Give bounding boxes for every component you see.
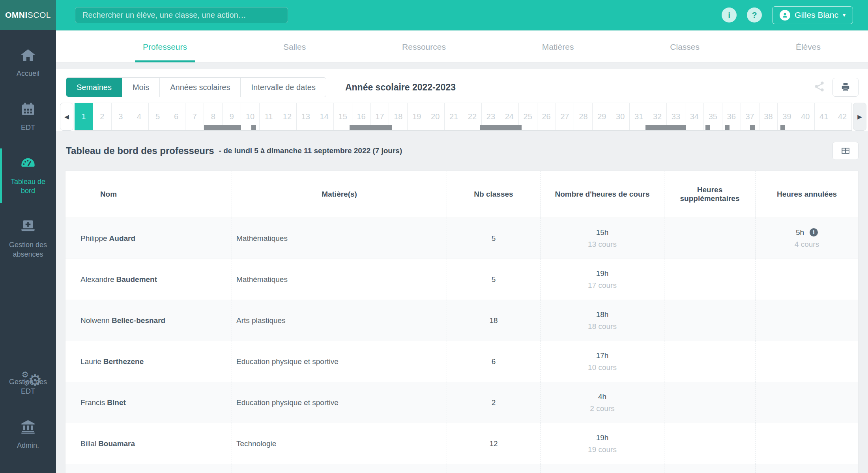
tab-classes[interactable]: Classes [670,31,700,62]
tab-salles[interactable]: Salles [283,31,306,62]
extra-hours [664,423,755,464]
next-weeks-arrow[interactable]: ▶ [853,103,866,131]
week-activity-bar [480,125,522,130]
user-avatar-icon [780,10,790,21]
week-30[interactable]: 30 [611,103,630,130]
teacher-name: Nolwenn Bellec-besnard [65,300,232,341]
week-activity-bar [780,125,785,130]
tab-professeurs[interactable]: Professeurs [143,31,187,62]
tab-bar: ProfesseursSallesRessourcesMatièresClass… [56,31,868,63]
column-header-heures-supplementaires: Heures supplémentaires [664,171,755,218]
week-activity-bar [350,125,392,130]
extra-hours [664,464,755,473]
sidebar-item-gestion-des-absences[interactable]: Gestion des absences [0,212,56,266]
table-row: Nolwenn Bellec-besnardArts plastiques181… [65,300,858,341]
page-title: Tableau de bord des professeurs [66,145,214,156]
hours-of-courses: 19h19 cours [540,423,664,464]
hours-of-courses: 18h18 cours [540,300,664,341]
topbar-actions: i ? Gilles Blanc ▾ [722,6,868,24]
cancelled-hours [755,300,858,341]
help-icon[interactable]: ? [747,8,762,23]
teachers-table: NomMatière(s)Nb classesNombre d'heures d… [65,171,859,473]
week-11[interactable]: 11 [260,103,278,130]
week-activity-bar [750,125,755,130]
search-input[interactable] [75,7,288,23]
week-42[interactable]: 42 [833,103,852,130]
table-header-row: NomMatière(s)Nb classesNombre d'heures d… [65,171,858,218]
week-selector: ◀ 12345678910111213141516171819202122232… [60,103,866,131]
teacher-name: Philippe Audard [65,218,232,259]
week-25[interactable]: 25 [519,103,537,130]
teacher-name: Francis Binet [65,382,232,423]
week-18[interactable]: 18 [389,103,408,130]
week-22[interactable]: 22 [463,103,482,130]
week-1[interactable]: 1 [75,103,93,130]
nb-classes: 6 [447,341,540,382]
column-header-matiere-s: Matière(s) [232,171,447,218]
print-button[interactable] [832,78,859,97]
week-41[interactable]: 41 [815,103,833,130]
week-14[interactable]: 14 [315,103,334,130]
user-menu-button[interactable]: Gilles Blanc ▾ [772,6,853,24]
week-10[interactable]: 10 [241,103,260,130]
week-13[interactable]: 13 [297,103,315,130]
sidebar-item-label: Tableau de bord [4,177,52,196]
week-20[interactable]: 20 [426,103,445,130]
week-40[interactable]: 40 [796,103,815,130]
app-logo-bold: OMNI [5,10,28,20]
week-activity-bar [705,125,710,130]
table-row: Billal BouamaraTechnologie1219h19 cours [65,423,858,464]
nb-classes: 5 [447,259,540,300]
nb-classes: 18 [447,300,540,341]
sidebar-item-admin[interactable]: Admin. [0,412,56,457]
table-view-button[interactable] [832,142,859,160]
hours-of-courses: 4h2 cours [540,382,664,423]
week-4[interactable]: 4 [130,103,149,130]
nb-classes [447,464,540,473]
week-38[interactable]: 38 [760,103,778,130]
sidebar-item-tableau-de-bord[interactable]: Tableau de bord [0,148,56,203]
sidebar-item-label: Gestion des absences [4,240,52,259]
sidebar-item-accueil[interactable]: Accueil [0,40,56,86]
week-29[interactable]: 29 [593,103,611,130]
teacher-subjects: Mathématiques [232,259,447,300]
week-5[interactable]: 5 [149,103,167,130]
period-mode-annees-scolaires[interactable]: Années scolaires [159,78,240,97]
period-mode-semaines[interactable]: Semaines [66,78,122,97]
sidebar-item-label: EDT [21,123,35,132]
week-cells: 1234567891011121314151617181920212223242… [75,103,852,131]
sidebar: AccueilEDTTableau de bordGestion des abs… [0,30,56,473]
cancelled-hours [755,423,858,464]
page-subtitle: - de lundi 5 à dimanche 11 septembre 202… [219,146,402,155]
tab-ressources[interactable]: Ressources [402,31,446,62]
teacher-name: Laurie Berthezene [65,341,232,382]
week-27[interactable]: 27 [556,103,574,130]
week-34[interactable]: 34 [685,103,704,130]
sidebar-item-edt[interactable]: EDT [0,94,56,140]
week-28[interactable]: 28 [574,103,593,130]
sidebar-item-gestion-des-edt[interactable]: ⚙⚙⚙Gestion des EDT [0,367,56,403]
week-19[interactable]: 19 [408,103,426,130]
cancelled-hours: 5h i4 cours [755,218,858,259]
week-6[interactable]: 6 [167,103,186,130]
info-icon[interactable]: i [722,8,737,23]
week-3[interactable]: 3 [112,103,130,130]
period-mode-mois[interactable]: Mois [122,78,159,97]
sidebar-item-label: Admin. [17,441,39,450]
cancelled-info-icon[interactable]: i [810,228,818,236]
week-26[interactable]: 26 [537,103,556,130]
week-21[interactable]: 21 [445,103,463,130]
teacher-name: Billal Bouamara [65,423,232,464]
week-7[interactable]: 7 [185,103,204,130]
previous-weeks-arrow[interactable]: ◀ [60,103,73,131]
period-mode-intervalle-de-dates[interactable]: Intervalle de dates [240,78,326,97]
tab-matieres[interactable]: Matières [542,31,574,62]
bank-icon [19,419,37,437]
filter-row: SemainesMoisAnnées scolairesIntervalle d… [66,77,859,97]
nb-classes: 12 [447,423,540,464]
share-icon[interactable] [814,81,825,94]
period-title: Année scolaire 2022-2023 [345,82,456,93]
week-2[interactable]: 2 [93,103,112,130]
week-12[interactable]: 12 [278,103,297,130]
tab-eleves[interactable]: Élèves [796,31,821,62]
